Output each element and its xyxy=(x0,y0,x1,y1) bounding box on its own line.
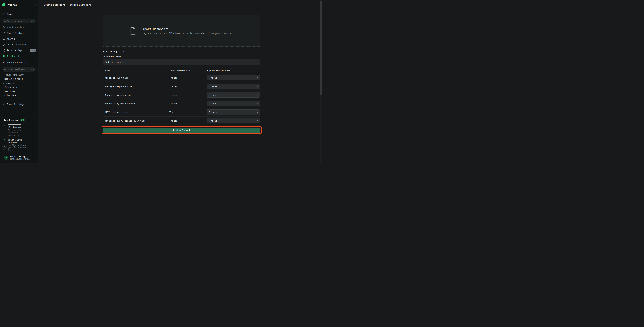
select-value: Traces xyxy=(209,85,256,88)
get-started-panel: Get Started 3/3 Connect to ClickHouse Se… xyxy=(2,117,36,152)
saved-searches-shortcut: ⌘ K xyxy=(30,20,34,22)
mapped-source-select[interactable]: Traces xyxy=(207,110,260,115)
team-settings-nav: Team Settings xyxy=(0,101,38,107)
sidebar-item-dashboards[interactable]: Dashboards xyxy=(0,53,38,59)
chart-explorer-icon xyxy=(2,32,5,34)
mapped-source-cell: Traces xyxy=(205,75,260,80)
gear-icon xyxy=(2,103,5,106)
search-section-label: Search xyxy=(6,13,32,15)
search-icon xyxy=(4,68,6,70)
search-icon xyxy=(4,20,6,22)
sidebar-item-label: Alerts xyxy=(6,38,15,40)
saved-dashboard-item[interactable]: Node.js traces xyxy=(0,77,38,81)
chart-name-cell: Requests over time xyxy=(103,76,168,79)
mapped-source-select[interactable]: Traces xyxy=(207,75,260,80)
sidebar-item-chart-explorer[interactable]: Chart Explorer xyxy=(0,30,38,36)
chevron-up-icon xyxy=(34,55,36,57)
table-row: Requests over time Traces Traces xyxy=(103,74,260,82)
dashboard-name-input[interactable] xyxy=(103,59,260,65)
column-header-mapped-source: Mapped Source Name xyxy=(205,69,260,72)
saved-dashboards-input[interactable] xyxy=(7,68,30,70)
preset-item-services[interactable]: Services xyxy=(0,89,38,93)
chevron-up-down-icon xyxy=(256,111,258,113)
scrollbar xyxy=(320,0,322,164)
saved-searches-input-wrap[interactable]: ⌘ K xyxy=(2,19,36,24)
monitor-icon xyxy=(2,44,5,46)
finish-import-button[interactable]: Finish Import xyxy=(103,128,260,133)
input-source-cell: Traces xyxy=(168,85,205,88)
get-started-item-sources[interactable]: Create Data Sources Configure where your… xyxy=(4,138,34,152)
chevron-down-icon xyxy=(3,74,5,76)
sidebar-collapse-icon[interactable] xyxy=(33,4,36,6)
mapped-source-select[interactable]: Traces xyxy=(207,118,260,124)
preset-item-kubernetes[interactable]: Kubernetes xyxy=(0,93,38,97)
get-started-item-description: Configure where your data comes from xyxy=(8,144,28,152)
chart-name-cell: Requests by HTTP method xyxy=(103,102,168,105)
table-header-row: Name Input Source Name Mapped Source Nam… xyxy=(103,68,260,74)
dashboard-name-label: Dashboard Name xyxy=(103,55,260,58)
sidebar-section-search[interactable]: Search xyxy=(0,11,38,17)
dashboards-grid-icon xyxy=(2,55,5,58)
saved-dashboards-input-wrap[interactable]: ⌘ K xyxy=(2,67,36,72)
mapped-source-cell: Traces xyxy=(205,101,260,106)
beta-badge: BETA xyxy=(30,49,36,52)
sidebar-item-label: Service Map xyxy=(6,49,22,52)
chevron-up-down-icon xyxy=(256,77,258,79)
input-source-cell: Traces xyxy=(168,120,205,122)
chevron-up-down-icon xyxy=(256,85,258,88)
column-header-input-source: Input Source Name xyxy=(168,69,205,72)
import-dropzone[interactable]: Import Dashboard Drag and drop a JSON fi… xyxy=(103,15,260,46)
select-value: Traces xyxy=(209,111,256,114)
table-row: Requests by endpoint Traces Traces xyxy=(103,91,260,99)
hyperdx-logo-icon xyxy=(2,4,6,6)
group-label-text: PRESETS xyxy=(6,82,14,84)
topbar: Create Dashboard > Import Dashboard xyxy=(38,0,320,10)
chevron-up-icon xyxy=(34,13,36,15)
mapped-source-select[interactable]: Traces xyxy=(207,92,260,98)
select-value: Traces xyxy=(209,76,256,79)
bell-icon xyxy=(2,38,5,40)
saved-searches-input[interactable] xyxy=(7,20,30,22)
sidebar-item-service-map[interactable]: Service Map BETA xyxy=(0,48,38,53)
input-source-cell: Traces xyxy=(168,102,205,105)
table-row: Database query counts over time Traces T… xyxy=(103,116,260,125)
scrollbar-thumb[interactable] xyxy=(320,0,322,95)
sidebar-bottom: Get Started 3/3 Connect to ClickHouse Se… xyxy=(0,117,38,164)
sidebar-nav: Chart Explorer Alerts Client Sessions Se… xyxy=(0,30,38,59)
service-map-icon xyxy=(2,49,5,52)
presets-group-toggle[interactable]: PRESETS xyxy=(0,82,38,85)
sidebar-item-alerts[interactable]: Alerts xyxy=(0,36,38,42)
table-row: Requests by HTTP method Traces Traces xyxy=(103,99,260,108)
mapped-source-select[interactable]: Traces xyxy=(207,101,260,106)
saved-dashboards-group-toggle[interactable]: SAVED DASHBOARDS xyxy=(0,74,38,77)
breadcrumb-import-dashboard[interactable]: Import Dashboard xyxy=(70,4,91,6)
chevron-up-down-icon xyxy=(256,120,258,122)
user-menu[interactable]: D dominic.tran@c… dominic.tran@cli… xyxy=(2,154,36,162)
user-email: dominic.tran@cli… xyxy=(10,158,31,160)
breadcrumb-create-dashboard[interactable]: Create Dashboard xyxy=(44,4,65,6)
get-started-item-title: Create Data Sources xyxy=(8,138,28,144)
content: Import Dashboard Drag and drop a JSON fi… xyxy=(103,15,260,133)
main-area: Create Dashboard > Import Dashboard Impo… xyxy=(38,0,320,164)
sidebar-item-team-settings[interactable]: Team Settings xyxy=(0,101,38,107)
help-button[interactable]: ? xyxy=(2,145,7,150)
sidebar-item-label: Client Sessions xyxy=(6,43,27,46)
get-started-item-title: Connect to ClickHouse xyxy=(8,123,28,128)
preset-item-clickhouse[interactable]: ClickHouse xyxy=(0,85,38,89)
mapped-source-select[interactable]: Traces xyxy=(207,84,260,89)
no-saved-searches-text: No saved searches xyxy=(3,26,35,28)
sidebar-item-label: Team Settings xyxy=(6,103,24,106)
sidebar-item-label: Dashboards xyxy=(6,55,20,58)
create-dashboard-button[interactable]: + Create Dashboard xyxy=(0,60,38,65)
get-started-progress-badge: 3/3 xyxy=(20,119,25,121)
sidebar-item-client-sessions[interactable]: Client Sessions xyxy=(0,42,38,48)
get-started-item-connect[interactable]: Connect to ClickHouse Set up your databa… xyxy=(4,123,34,136)
dropzone-text: Import Dashboard Drag and drop a JSON fi… xyxy=(141,27,234,35)
input-source-cell: Traces xyxy=(168,94,205,96)
get-started-header[interactable]: Get Started 3/3 xyxy=(4,119,34,121)
user-name: dominic.tran@c… xyxy=(10,156,31,158)
chevron-up-icon xyxy=(32,119,34,121)
get-started-item-description: Set up your database connection xyxy=(8,129,28,136)
chevron-down-icon xyxy=(3,83,5,84)
sidebar-item-label: Chart Explorer xyxy=(6,32,26,34)
